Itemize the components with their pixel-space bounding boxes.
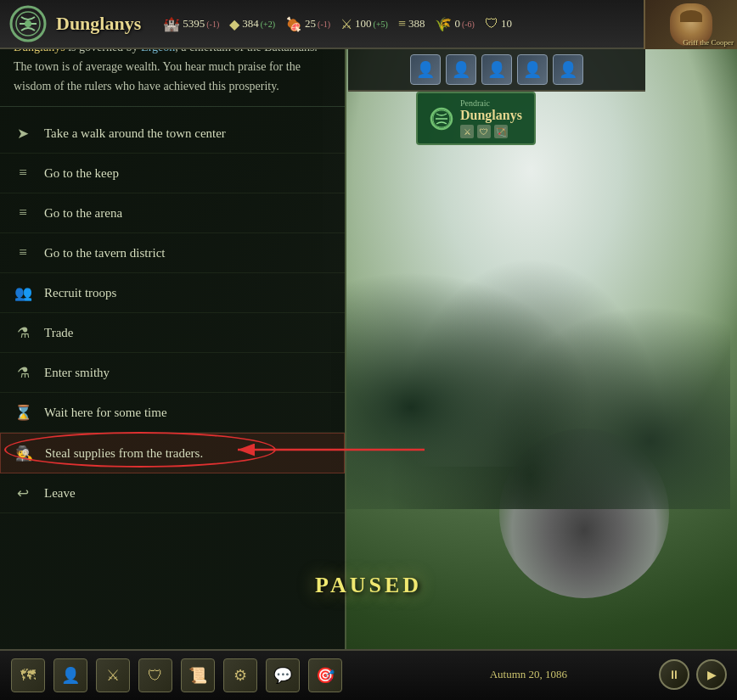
soldier-avatar[interactable]: 👤 <box>517 54 548 85</box>
bottom-toolbar-button[interactable]: ⚔ <box>96 658 130 692</box>
menu-icon-smithy: ⚗ <box>12 361 34 384</box>
menu-item-tavern[interactable]: ≡Go to the tavern district <box>0 233 345 273</box>
location-icons: ⚔🛡🏹 <box>460 125 522 138</box>
location-icon: 🏹 <box>494 125 508 138</box>
bottom-toolbar-button[interactable]: ⚙ <box>223 658 257 692</box>
resource-value: 10 <box>501 17 512 31</box>
menu-icon-trade: ⚗ <box>12 322 34 344</box>
bottom-toolbar-button[interactable]: 💬 <box>266 658 300 692</box>
resource-change: (-1) <box>206 20 219 29</box>
bottom-toolbar-button[interactable]: 🎯 <box>308 658 342 692</box>
menu-item-smithy[interactable]: ⚗Enter smithy <box>0 353 345 393</box>
menu-icon-leave: ↩ <box>12 482 34 504</box>
soldier-avatar[interactable]: 👤 <box>446 54 476 85</box>
bottom-toolbar-button[interactable]: 🛡 <box>138 658 172 692</box>
resource-value: 100 <box>355 17 372 31</box>
bottom-toolbar-button[interactable]: 📜 <box>181 658 215 692</box>
menu-icon-keep: ≡ <box>12 162 34 184</box>
menu-icon-wait: ⌛ <box>12 401 34 423</box>
date-display: Autumn 20, 1086 <box>490 668 567 681</box>
resource-icon: ≡ <box>398 16 406 31</box>
resource-item: ≡388 <box>398 16 425 31</box>
resource-item: ◆384(+2) <box>229 16 275 32</box>
resource-icon: ◆ <box>229 16 239 32</box>
location-icon: 🛡 <box>477 125 491 138</box>
menu-item-leave[interactable]: ↩Leave <box>0 473 345 513</box>
menu-icon-steal: 🕵 <box>13 442 35 464</box>
resource-value: 384 <box>242 17 259 31</box>
pause-button[interactable]: ⏸ <box>659 659 689 690</box>
resource-icon: 🌾 <box>435 16 452 32</box>
location-icon: ⚔ <box>460 125 474 138</box>
resource-value: 0 <box>454 17 460 31</box>
menu-label-trade: Trade <box>44 326 73 340</box>
menu-label-steal: Steal supplies from the traders. <box>45 446 203 461</box>
menu-item-walk[interactable]: ➤Take a walk around the town center <box>0 114 345 154</box>
bottom-toolbar-button[interactable]: 👤 <box>53 658 87 692</box>
soldier-avatar[interactable]: 👤 <box>553 54 583 85</box>
resource-change: (-1) <box>318 20 330 29</box>
resource-item: 🛡10 <box>485 16 512 31</box>
menu-label-tavern: Go to the tavern district <box>44 246 165 260</box>
soldier-bar: 👤👤👤👤👤 <box>348 49 645 92</box>
menu-icon-recruit: 👥 <box>12 282 34 304</box>
soldier-avatar[interactable]: 👤 <box>481 54 512 85</box>
menu-label-wait: Wait here for some time <box>44 406 167 420</box>
resource-value: 388 <box>408 17 425 31</box>
left-panel: Castle Dunglanys is governed by Ergeon, … <box>0 0 346 679</box>
town-title: Dunglanys <box>56 13 141 35</box>
location-supertitle: Pendraic <box>460 98 522 108</box>
location-info: Pendraic Dunglanys ⚔🛡🏹 <box>460 98 522 138</box>
menu-label-keep: Go to the keep <box>44 166 119 181</box>
play-button[interactable]: ▶ <box>696 659 727 690</box>
menu-icon-tavern: ≡ <box>12 242 34 264</box>
bottom-toolbar-button[interactable]: 🗺 <box>11 658 45 692</box>
menu-list: ➤Take a walk around the town center≡Go t… <box>0 107 345 520</box>
menu-icon-walk: ➤ <box>12 122 34 144</box>
menu-item-keep[interactable]: ≡Go to the keep <box>0 154 345 193</box>
menu-label-arena: Go to the arena <box>44 206 122 221</box>
speed-controls[interactable]: ⏸ ▶ <box>659 659 727 690</box>
menu-item-trade[interactable]: ⚗Trade <box>0 313 345 353</box>
menu-item-wait[interactable]: ⌛Wait here for some time <box>0 393 345 433</box>
resource-change: (+2) <box>261 20 275 29</box>
resource-item: 🍖25(-1) <box>285 16 330 32</box>
resource-item: 🌾0(-6) <box>435 16 475 32</box>
resource-change: (+5) <box>374 20 388 29</box>
menu-label-recruit: Recruit troops <box>44 286 116 300</box>
resource-icon: 🍖 <box>285 16 302 32</box>
resource-change: (-6) <box>462 20 475 29</box>
resource-value: 5395 <box>183 17 205 31</box>
menu-label-smithy: Enter smithy <box>44 366 110 380</box>
location-town-name: Dunglanys <box>460 108 522 123</box>
game-logo <box>7 3 49 45</box>
character-portrait[interactable]: Griff the Cooper <box>644 0 737 49</box>
resource-item: ⚔100(+5) <box>340 16 388 32</box>
resource-value: 25 <box>305 17 316 31</box>
menu-item-steal[interactable]: 🕵Steal supplies from the traders. <box>0 433 345 473</box>
soldier-avatar[interactable]: 👤 <box>410 54 441 85</box>
location-banner: Pendraic Dunglanys ⚔🛡🏹 <box>416 92 536 145</box>
svg-point-1 <box>25 20 31 27</box>
resource-icon: ⚔ <box>340 16 352 32</box>
menu-icon-arena: ≡ <box>12 202 34 224</box>
bottom-bar: 🗺👤⚔🛡📜⚙💬🎯 Autumn 20, 1086 ⏸ ▶ <box>0 649 737 700</box>
menu-label-leave: Leave <box>44 486 76 501</box>
resource-icon: 🏰 <box>163 16 180 32</box>
map-trees <box>331 170 730 509</box>
resource-icon: 🛡 <box>485 16 498 31</box>
resource-item: 🏰5395(-1) <box>163 16 219 32</box>
paused-label: PAUSED <box>315 573 422 598</box>
bottom-buttons: 🗺👤⚔🛡📜⚙💬🎯 <box>8 658 345 692</box>
character-name: Griff the Cooper <box>683 38 734 47</box>
menu-item-recruit[interactable]: 👥Recruit troops <box>0 273 345 313</box>
menu-item-arena[interactable]: ≡Go to the arena <box>0 193 345 233</box>
top-bar: Dunglanys 🏰5395(-1)◆384(+2)🍖25(-1)⚔100(+… <box>0 0 737 49</box>
menu-label-walk: Take a walk around the town center <box>44 126 226 141</box>
location-logo <box>430 107 453 131</box>
